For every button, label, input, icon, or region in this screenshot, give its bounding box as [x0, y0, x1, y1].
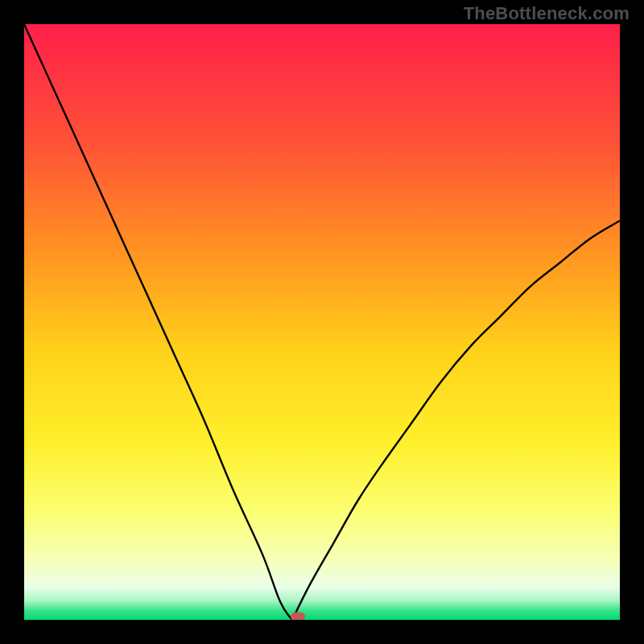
plot-area — [24, 24, 620, 620]
chart-frame: TheBottleneck.com — [0, 0, 644, 644]
minimum-marker — [291, 613, 305, 621]
watermark-text: TheBottleneck.com — [464, 3, 630, 24]
bottleneck-curve — [24, 24, 620, 620]
